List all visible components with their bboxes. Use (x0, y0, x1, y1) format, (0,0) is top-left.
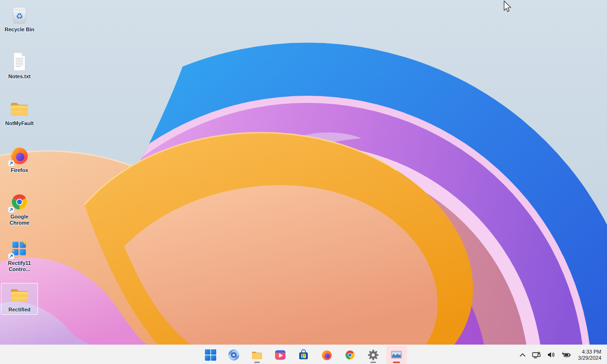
firefox-icon (321, 349, 333, 361)
taskbar-task-manager-button[interactable] (386, 346, 407, 364)
text-document-icon (9, 51, 30, 72)
desktop-icon-label: Rectify11 Contro... (2, 260, 37, 273)
battery-tray-button[interactable] (561, 350, 572, 359)
recycle-bin-icon (9, 4, 30, 25)
shortcut-arrow-icon (8, 207, 14, 213)
taskbar-chrome-button[interactable] (340, 346, 360, 364)
folder-icon (9, 284, 30, 305)
taskbar: 4:33 PM 3/29/2024 (0, 345, 607, 364)
file-explorer-folder-icon (251, 349, 263, 361)
start-button[interactable] (200, 346, 221, 364)
wallpaper-bloom (0, 0, 607, 345)
desktop-icon-google-chrome[interactable]: Google Chrome (1, 190, 38, 228)
folder-icon (9, 98, 30, 119)
desktop-icon-label: Rectified (9, 307, 30, 313)
taskbar-microsoft-store-button[interactable] (293, 346, 314, 364)
store-bag-icon (297, 349, 310, 361)
running-indicator (370, 362, 376, 363)
desktop-icon-grid: Recycle Bin Notes.txt NotMyFault Firefox (0, 0, 57, 345)
windows-start-icon (204, 349, 217, 361)
taskbar-settings-button[interactable] (363, 346, 384, 364)
running-indicator (254, 362, 260, 363)
desktop-icon-label: Google Chrome (2, 214, 37, 226)
volume-tray-button[interactable] (546, 350, 556, 359)
desktop-icon-label: Notes.txt (8, 73, 30, 80)
volume-icon (547, 351, 555, 358)
network-ethernet-icon (532, 351, 541, 359)
media-player-icon (274, 349, 286, 361)
browser-swirl-icon (228, 349, 240, 361)
gear-icon (367, 349, 379, 361)
desktop-icon-label: Firefox (11, 167, 28, 173)
clock-time: 4:33 PM (578, 349, 601, 355)
desktop-icon-recycle-bin[interactable]: Recycle Bin (1, 3, 38, 35)
taskbar-firefox-button[interactable] (316, 346, 337, 364)
battery-charging-icon (561, 351, 571, 358)
desktop-icon-label: NotMyFault (5, 120, 34, 127)
desktop-icon-rectify11-control[interactable]: Rectify11 Contro... (1, 237, 38, 274)
clock-date: 3/29/2024 (578, 355, 601, 361)
network-tray-button[interactable] (531, 350, 542, 360)
desktop-icon-label: Recycle Bin (5, 27, 34, 33)
desktop-icon-firefox[interactable]: Firefox (1, 144, 38, 175)
system-tray: 4:33 PM 3/29/2024 (518, 345, 607, 364)
shortcut-arrow-icon (8, 160, 14, 166)
taskbar-file-explorer-button[interactable] (247, 346, 267, 364)
active-running-indicator (393, 362, 400, 363)
performance-graph-icon (390, 349, 403, 361)
clock[interactable]: 4:33 PM 3/29/2024 (578, 349, 601, 361)
desktop-icon-notes-txt[interactable]: Notes.txt (1, 50, 38, 82)
desktop-icon-rectified[interactable]: Rectified (1, 283, 38, 315)
chrome-icon (344, 349, 356, 361)
shortcut-arrow-icon (8, 253, 14, 259)
taskbar-media-player-button[interactable] (270, 346, 291, 364)
taskbar-edge-browser-button[interactable] (223, 346, 244, 364)
show-hidden-icons-button[interactable] (518, 352, 527, 358)
desktop-surface[interactable]: Recycle Bin Notes.txt NotMyFault Firefox (0, 0, 607, 364)
chevron-up-icon (519, 353, 526, 357)
taskbar-center-group (200, 345, 407, 364)
desktop-icon-notmyfault[interactable]: NotMyFault (1, 97, 38, 128)
